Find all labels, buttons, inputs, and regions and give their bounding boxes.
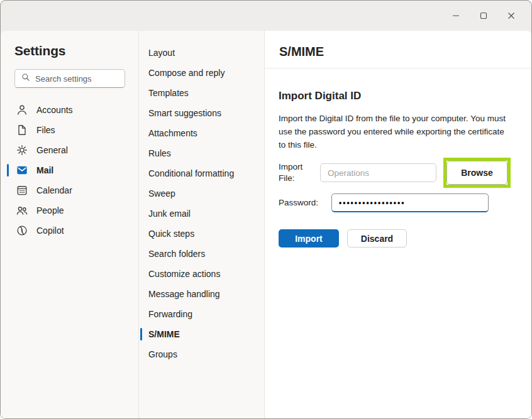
settings-window: Settings AccountsFilesGeneralMailCalenda… [0,0,532,419]
section-description: Import the Digital ID from the file to y… [279,112,513,151]
search-settings-box[interactable] [14,69,125,88]
subnav-item-label: Sweep [148,188,175,199]
subnav-item-message-handling[interactable]: Message handling [139,284,264,304]
close-icon [507,11,516,20]
section-title: Import Digital ID [279,90,518,102]
settings-dialog: Settings AccountsFilesGeneralMailCalenda… [1,31,531,419]
subnav-item-sweep[interactable]: Sweep [139,183,264,204]
titlebar [1,1,531,31]
panel-header: S/MIME [265,31,531,68]
subnav-item-templates[interactable]: Templates [139,83,264,103]
subnav-item-label: Attachments [148,128,197,138]
sidebar-item-label: Mail [36,165,53,175]
subnav-item-layout[interactable]: Layout [139,43,264,63]
import-file-label: Import File: [279,161,320,184]
subnav-item-label: Smart suggestions [148,108,221,118]
discard-button[interactable]: Discard [347,229,407,248]
close-button[interactable] [497,3,525,28]
subnav-item-search-folders[interactable]: Search folders [139,244,264,264]
subnav-item-label: Layout [148,48,175,58]
search-input[interactable] [35,74,119,84]
minimize-icon [452,11,460,20]
browse-button[interactable]: Browse [446,161,507,185]
sidebar-item-calendar[interactable]: Calendar [1,180,138,200]
subnav-item-label: Customize actions [148,269,220,279]
maximize-icon [479,11,488,20]
subnav-item-label: Search folders [148,249,205,259]
panel-title: S/MIME [279,45,324,59]
calendar-icon [16,184,28,197]
sidebar-item-mail[interactable]: Mail [1,160,138,180]
mail-icon [16,164,28,177]
gear-icon [16,144,28,156]
settings-title: Settings [14,43,138,58]
file-icon [16,124,28,136]
sidebar-item-general[interactable]: General [1,140,138,160]
import-file-input[interactable] [320,163,436,182]
subnav-item-label: Compose and reply [148,68,224,78]
person-icon [16,104,28,116]
subnav-item-label: Rules [148,148,171,158]
subnav-item-label: Junk email [148,209,191,219]
people-icon [16,204,28,217]
sidebar-item-accounts[interactable]: Accounts [1,100,138,120]
subnav-item-s-mime[interactable]: S/MIME [139,324,264,344]
subnav-item-conditional-formatting[interactable]: Conditional formatting [139,163,264,183]
browse-highlight-box: Browse [443,158,511,188]
sidebar-item-label: Copilot [36,226,64,236]
password-row: Password: [279,193,518,212]
subnav-item-label: Forwarding [148,309,192,319]
action-buttons: Import Discard [279,229,518,248]
subnav-item-label: Conditional formatting [148,168,234,178]
subnav-item-label: Message handling [148,289,220,299]
sidebar-nav: AccountsFilesGeneralMailCalendarPeopleCo… [1,100,138,241]
sidebar-item-label: Files [36,125,55,135]
subnav-item-groups[interactable]: Groups [139,344,264,364]
subnav-item-label: Templates [148,88,189,98]
sidebar-item-files[interactable]: Files [1,120,138,140]
sidebar-item-label: Accounts [36,105,73,115]
subnav-item-forwarding[interactable]: Forwarding [139,304,264,324]
password-label: Password: [279,197,331,209]
selection-indicator [140,328,142,340]
subnav-item-junk-email[interactable]: Junk email [139,204,264,224]
copilot-icon [16,224,28,237]
subnav-item-compose-and-reply[interactable]: Compose and reply [139,63,264,83]
settings-sidebar: Settings AccountsFilesGeneralMailCalenda… [1,31,139,419]
smime-panel: S/MIME Import Digital ID Import the Digi… [265,31,531,419]
maximize-button[interactable] [470,3,497,28]
import-button[interactable]: Import [279,229,339,248]
subnav-item-attachments[interactable]: Attachments [139,123,264,143]
panel-body: Import Digital ID Import the Digital ID … [265,68,531,248]
sidebar-item-copilot[interactable]: Copilot [1,220,138,241]
search-icon [21,72,31,85]
sidebar-item-label: General [36,145,68,155]
sidebar-item-label: Calendar [36,185,72,195]
sidebar-item-label: People [36,205,64,215]
selection-indicator [7,164,9,177]
subnav-item-customize-actions[interactable]: Customize actions [139,264,264,284]
subnav-item-label: Quick steps [148,229,194,239]
import-file-row: Import File: Browse [279,158,518,188]
sidebar-item-people[interactable]: People [1,200,138,220]
subnav-item-smart-suggestions[interactable]: Smart suggestions [139,103,264,123]
subnav-item-rules[interactable]: Rules [139,143,264,163]
password-input[interactable] [331,193,489,212]
subnav-item-quick-steps[interactable]: Quick steps [139,224,264,244]
subnav-item-label: S/MIME [148,329,180,339]
subnav-item-label: Groups [148,349,177,359]
mail-settings-nav: LayoutCompose and replyTemplatesSmart su… [139,31,265,419]
minimize-button[interactable] [442,3,470,28]
